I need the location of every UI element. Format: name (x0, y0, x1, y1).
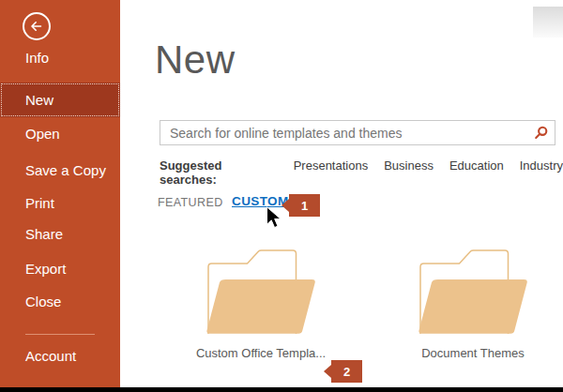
open-folder-icon (205, 246, 317, 337)
start-search-button[interactable] (526, 121, 555, 144)
badge-arrow-left-icon (282, 199, 289, 212)
badge-number: 2 (343, 365, 350, 379)
suggested-link-industry[interactable]: Industry (520, 158, 563, 173)
open-folder-icon (417, 246, 529, 337)
sidebar-item-print[interactable]: Print (0, 191, 120, 216)
search-input[interactable] (160, 126, 526, 141)
sidebar-divider (25, 334, 95, 335)
sidebar-item-share[interactable]: Share (0, 222, 120, 247)
suggested-link-presentations[interactable]: Presentations (294, 158, 369, 173)
tab-featured[interactable]: FEATURED (158, 196, 223, 209)
annotation-badge-2: 2 (331, 360, 362, 383)
template-folder-document-themes[interactable]: Document Themes (407, 246, 539, 360)
suggested-searches-row: Suggested searches: Presentations Busine… (160, 158, 563, 187)
sidebar-item-open[interactable]: Open (0, 122, 120, 146)
backstage-sidebar: Info New Open Save a Copy Print Share Ex… (0, 0, 120, 388)
back-button[interactable] (23, 12, 51, 40)
suggested-searches-label: Suggested searches: (160, 158, 278, 187)
backstage-main-panel: New Suggested searches: Presentations Bu… (120, 0, 563, 387)
sidebar-item-export[interactable]: Export (0, 257, 120, 281)
sidebar-item-new[interactable]: New (0, 83, 120, 117)
template-search-box (160, 120, 555, 145)
powerpoint-backstage-new: Info New Open Save a Copy Print Share Ex… (0, 0, 563, 392)
sidebar-item-info[interactable]: Info (0, 46, 120, 70)
page-title: New (155, 38, 236, 83)
folder-label: Custom Office Templa... (196, 346, 326, 360)
sidebar-item-save-a-copy[interactable]: Save a Copy (0, 158, 120, 183)
template-folder-custom-office-templates[interactable]: Custom Office Templa... (195, 246, 327, 360)
sidebar-item-account[interactable]: Account (0, 344, 120, 369)
suggested-link-business[interactable]: Business (384, 158, 434, 173)
back-arrow-icon (28, 18, 45, 35)
sidebar-item-close[interactable]: Close (0, 290, 120, 314)
badge-arrow-left-icon (324, 365, 331, 378)
bottom-crop-bar (0, 387, 563, 392)
suggested-link-education[interactable]: Education (449, 158, 504, 173)
badge-number: 1 (301, 199, 308, 213)
search-icon (533, 125, 549, 141)
mouse-cursor-icon (266, 206, 282, 234)
folder-label: Document Themes (421, 346, 525, 360)
annotation-badge-1: 1 (289, 194, 320, 217)
scrollbar-thumb[interactable] (533, 7, 563, 38)
